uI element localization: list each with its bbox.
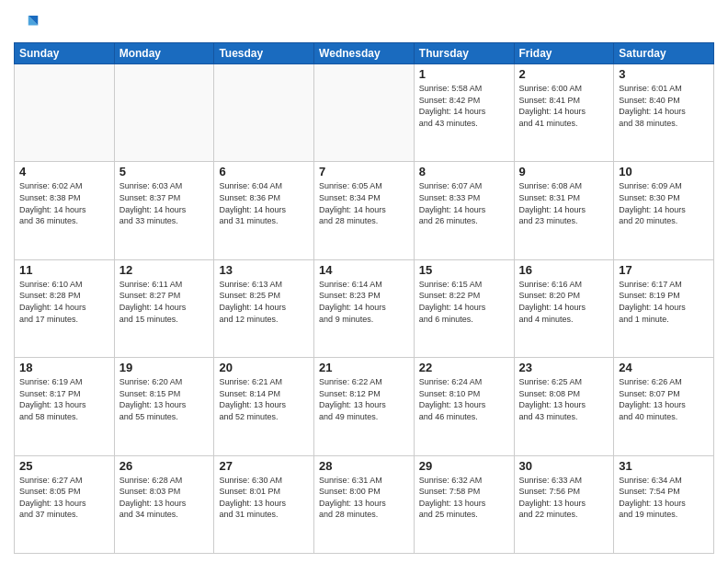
cell-info: Sunrise: 6:32 AM Sunset: 7:58 PM Dayligh… xyxy=(419,475,509,521)
calendar-cell: 6Sunrise: 6:04 AM Sunset: 8:36 PM Daylig… xyxy=(214,162,314,259)
calendar-cell: 7Sunrise: 6:05 AM Sunset: 8:34 PM Daylig… xyxy=(314,162,415,259)
cell-info: Sunrise: 6:11 AM Sunset: 8:27 PM Dayligh… xyxy=(119,279,210,325)
calendar-cell xyxy=(314,64,415,162)
calendar-table: SundayMondayTuesdayWednesdayThursdayFrid… xyxy=(14,42,714,554)
calendar-header-thursday: Thursday xyxy=(414,43,514,64)
cell-day-number: 30 xyxy=(519,459,609,473)
cell-day-number: 19 xyxy=(119,361,210,374)
logo xyxy=(14,9,43,35)
cell-day-number: 14 xyxy=(319,263,409,277)
cell-info: Sunrise: 6:31 AM Sunset: 8:00 PM Dayligh… xyxy=(319,475,409,521)
calendar-cell: 12Sunrise: 6:11 AM Sunset: 8:27 PM Dayli… xyxy=(114,259,214,357)
calendar-week-2: 4Sunrise: 6:02 AM Sunset: 8:38 PM Daylig… xyxy=(15,162,714,259)
cell-day-number: 20 xyxy=(219,361,309,374)
calendar-cell: 30Sunrise: 6:33 AM Sunset: 7:56 PM Dayli… xyxy=(514,455,614,553)
cell-info: Sunrise: 6:09 AM Sunset: 8:30 PM Dayligh… xyxy=(619,180,709,226)
cell-day-number: 6 xyxy=(219,165,309,178)
calendar-cell: 14Sunrise: 6:14 AM Sunset: 8:23 PM Dayli… xyxy=(314,259,415,357)
cell-info: Sunrise: 6:13 AM Sunset: 8:25 PM Dayligh… xyxy=(219,279,309,325)
cell-day-number: 23 xyxy=(519,361,609,374)
calendar-week-3: 11Sunrise: 6:10 AM Sunset: 8:28 PM Dayli… xyxy=(15,259,714,357)
calendar-cell: 9Sunrise: 6:08 AM Sunset: 8:31 PM Daylig… xyxy=(514,162,614,259)
cell-day-number: 13 xyxy=(219,263,309,277)
calendar-cell xyxy=(214,64,314,162)
logo-icon xyxy=(14,9,40,35)
cell-day-number: 5 xyxy=(119,165,210,178)
cell-info: Sunrise: 6:34 AM Sunset: 7:54 PM Dayligh… xyxy=(619,475,709,521)
cell-day-number: 26 xyxy=(119,459,210,473)
cell-info: Sunrise: 6:24 AM Sunset: 8:10 PM Dayligh… xyxy=(419,376,509,422)
cell-day-number: 2 xyxy=(519,67,609,81)
calendar-cell: 31Sunrise: 6:34 AM Sunset: 7:54 PM Dayli… xyxy=(614,455,714,553)
calendar-header-monday: Monday xyxy=(114,43,214,64)
cell-info: Sunrise: 6:26 AM Sunset: 8:07 PM Dayligh… xyxy=(619,376,709,422)
calendar-cell: 15Sunrise: 6:15 AM Sunset: 8:22 PM Dayli… xyxy=(414,259,514,357)
cell-info: Sunrise: 6:21 AM Sunset: 8:14 PM Dayligh… xyxy=(219,376,309,422)
cell-info: Sunrise: 6:17 AM Sunset: 8:19 PM Dayligh… xyxy=(619,279,709,325)
calendar-cell xyxy=(15,64,115,162)
cell-day-number: 27 xyxy=(219,459,309,473)
calendar-cell: 20Sunrise: 6:21 AM Sunset: 8:14 PM Dayli… xyxy=(214,358,314,455)
cell-day-number: 12 xyxy=(119,263,210,277)
cell-day-number: 15 xyxy=(419,263,509,277)
calendar-cell: 5Sunrise: 6:03 AM Sunset: 8:37 PM Daylig… xyxy=(114,162,214,259)
cell-info: Sunrise: 6:33 AM Sunset: 7:56 PM Dayligh… xyxy=(519,475,609,521)
calendar-header-saturday: Saturday xyxy=(614,43,714,64)
calendar-header-sunday: Sunday xyxy=(15,43,115,64)
calendar-header-tuesday: Tuesday xyxy=(214,43,314,64)
header xyxy=(14,9,714,35)
calendar-cell: 17Sunrise: 6:17 AM Sunset: 8:19 PM Dayli… xyxy=(614,259,714,357)
calendar-cell: 10Sunrise: 6:09 AM Sunset: 8:30 PM Dayli… xyxy=(614,162,714,259)
cell-info: Sunrise: 6:05 AM Sunset: 8:34 PM Dayligh… xyxy=(319,180,409,226)
cell-day-number: 11 xyxy=(19,263,109,277)
cell-info: Sunrise: 6:10 AM Sunset: 8:28 PM Dayligh… xyxy=(19,279,109,325)
calendar-cell: 19Sunrise: 6:20 AM Sunset: 8:15 PM Dayli… xyxy=(114,358,214,455)
calendar-week-5: 25Sunrise: 6:27 AM Sunset: 8:05 PM Dayli… xyxy=(15,455,714,553)
calendar-cell: 16Sunrise: 6:16 AM Sunset: 8:20 PM Dayli… xyxy=(514,259,614,357)
cell-info: Sunrise: 6:15 AM Sunset: 8:22 PM Dayligh… xyxy=(419,279,509,325)
cell-info: Sunrise: 6:03 AM Sunset: 8:37 PM Dayligh… xyxy=(119,180,210,226)
cell-day-number: 4 xyxy=(19,165,109,178)
calendar-header-row: SundayMondayTuesdayWednesdayThursdayFrid… xyxy=(15,43,714,64)
cell-info: Sunrise: 6:22 AM Sunset: 8:12 PM Dayligh… xyxy=(319,376,409,422)
cell-info: Sunrise: 6:28 AM Sunset: 8:03 PM Dayligh… xyxy=(119,475,210,521)
cell-day-number: 16 xyxy=(519,263,609,277)
calendar-cell: 24Sunrise: 6:26 AM Sunset: 8:07 PM Dayli… xyxy=(614,358,714,455)
cell-day-number: 17 xyxy=(619,263,709,277)
cell-day-number: 29 xyxy=(419,459,509,473)
calendar-cell: 25Sunrise: 6:27 AM Sunset: 8:05 PM Dayli… xyxy=(15,455,115,553)
cell-day-number: 21 xyxy=(319,361,409,374)
calendar-cell: 28Sunrise: 6:31 AM Sunset: 8:00 PM Dayli… xyxy=(314,455,415,553)
calendar-cell: 11Sunrise: 6:10 AM Sunset: 8:28 PM Dayli… xyxy=(15,259,115,357)
cell-info: Sunrise: 6:20 AM Sunset: 8:15 PM Dayligh… xyxy=(119,376,210,422)
calendar-week-4: 18Sunrise: 6:19 AM Sunset: 8:17 PM Dayli… xyxy=(15,358,714,455)
cell-info: Sunrise: 6:14 AM Sunset: 8:23 PM Dayligh… xyxy=(319,279,409,325)
cell-day-number: 7 xyxy=(319,165,409,178)
cell-day-number: 25 xyxy=(19,459,109,473)
calendar-cell: 4Sunrise: 6:02 AM Sunset: 8:38 PM Daylig… xyxy=(15,162,115,259)
cell-day-number: 3 xyxy=(619,67,709,81)
cell-info: Sunrise: 6:27 AM Sunset: 8:05 PM Dayligh… xyxy=(19,475,109,521)
cell-info: Sunrise: 6:08 AM Sunset: 8:31 PM Dayligh… xyxy=(519,180,609,226)
cell-info: Sunrise: 6:00 AM Sunset: 8:41 PM Dayligh… xyxy=(519,83,609,129)
cell-info: Sunrise: 6:04 AM Sunset: 8:36 PM Dayligh… xyxy=(219,180,309,226)
cell-day-number: 8 xyxy=(419,165,509,178)
calendar-cell: 8Sunrise: 6:07 AM Sunset: 8:33 PM Daylig… xyxy=(414,162,514,259)
calendar-cell: 26Sunrise: 6:28 AM Sunset: 8:03 PM Dayli… xyxy=(114,455,214,553)
cell-info: Sunrise: 6:19 AM Sunset: 8:17 PM Dayligh… xyxy=(19,376,109,422)
cell-info: Sunrise: 6:30 AM Sunset: 8:01 PM Dayligh… xyxy=(219,475,309,521)
cell-day-number: 10 xyxy=(619,165,709,178)
page: SundayMondayTuesdayWednesdayThursdayFrid… xyxy=(0,0,728,563)
calendar-cell: 21Sunrise: 6:22 AM Sunset: 8:12 PM Dayli… xyxy=(314,358,415,455)
cell-day-number: 9 xyxy=(519,165,609,178)
calendar-cell: 29Sunrise: 6:32 AM Sunset: 7:58 PM Dayli… xyxy=(414,455,514,553)
cell-info: Sunrise: 6:07 AM Sunset: 8:33 PM Dayligh… xyxy=(419,180,509,226)
calendar-cell: 18Sunrise: 6:19 AM Sunset: 8:17 PM Dayli… xyxy=(15,358,115,455)
cell-day-number: 28 xyxy=(319,459,409,473)
calendar-cell: 22Sunrise: 6:24 AM Sunset: 8:10 PM Dayli… xyxy=(414,358,514,455)
calendar-cell: 27Sunrise: 6:30 AM Sunset: 8:01 PM Dayli… xyxy=(214,455,314,553)
calendar-cell: 2Sunrise: 6:00 AM Sunset: 8:41 PM Daylig… xyxy=(514,64,614,162)
cell-day-number: 22 xyxy=(419,361,509,374)
cell-day-number: 1 xyxy=(419,67,509,81)
cell-info: Sunrise: 6:16 AM Sunset: 8:20 PM Dayligh… xyxy=(519,279,609,325)
